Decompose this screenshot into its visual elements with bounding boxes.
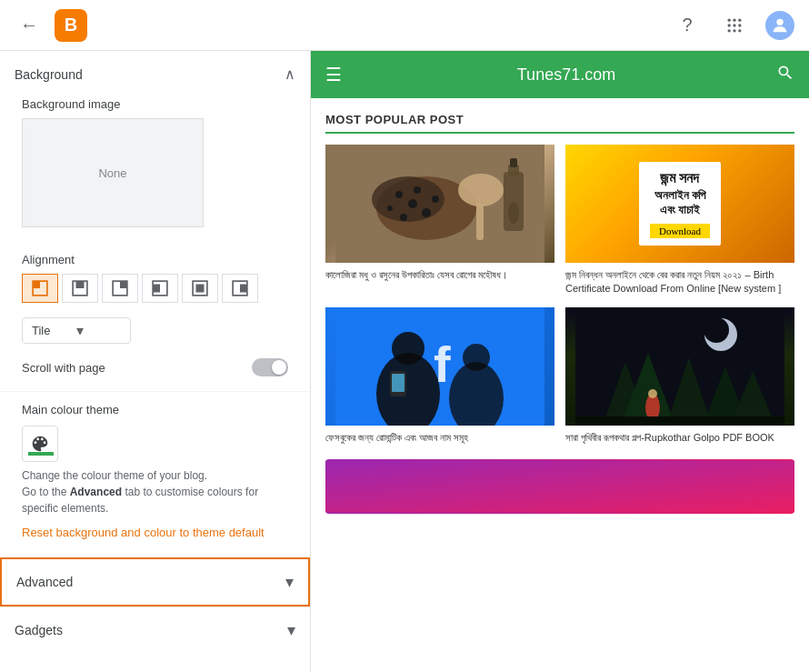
background-image-preview[interactable]: None <box>22 118 204 227</box>
svg-point-28 <box>408 199 417 208</box>
colour-bar <box>28 452 54 456</box>
align-icon-3 <box>112 280 128 296</box>
background-section-header[interactable]: Background ∧ <box>0 51 310 90</box>
left-panel: Background ∧ Background image None Align… <box>0 51 311 672</box>
align-btn-1[interactable] <box>22 274 58 303</box>
tile-dropdown-arrow: ▾ <box>76 322 121 339</box>
tile-dropdown-label: Tile <box>32 324 76 337</box>
svg-point-29 <box>414 186 421 194</box>
svg-rect-45 <box>392 374 404 392</box>
post-img-4 <box>565 307 794 426</box>
avatar[interactable] <box>765 11 794 40</box>
align-btn-6[interactable] <box>222 274 258 303</box>
svg-point-6 <box>728 29 731 32</box>
paint-icon <box>30 434 50 454</box>
main-area: Background ∧ Background image None Align… <box>0 51 809 672</box>
post-card-4[interactable]: সারা পৃথিবীর রূপকথার গল্প-Rupkothar Golp… <box>565 307 794 445</box>
svg-point-32 <box>400 214 407 221</box>
svg-point-37 <box>508 202 519 224</box>
svg-rect-21 <box>240 285 247 293</box>
svg-text:f: f <box>434 336 451 393</box>
more-posts-svg <box>325 459 794 514</box>
svg-point-40 <box>392 332 424 365</box>
align-btn-2[interactable] <box>62 274 98 303</box>
blog-preview: ☰ Tunes71.com MOST POPULAR POST <box>311 51 809 672</box>
post-title-4: সারা পৃথিবীর রূপকথার গল্প-Rupkothar Golp… <box>565 431 794 445</box>
toggle-knob <box>272 360 286 375</box>
post-img-1 <box>325 145 554 263</box>
seeds-svg <box>325 145 554 263</box>
svg-point-1 <box>733 18 735 21</box>
svg-rect-15 <box>120 281 127 288</box>
most-popular-heading: MOST POPULAR POST <box>325 113 794 134</box>
colour-picker-icon[interactable] <box>22 426 58 462</box>
background-collapse-btn[interactable]: ∧ <box>285 65 295 83</box>
more-posts-preview <box>325 459 794 514</box>
advanced-arrow: ▾ <box>285 572 294 592</box>
svg-point-4 <box>733 24 735 26</box>
blog-search-icon[interactable] <box>776 64 794 86</box>
svg-point-55 <box>648 389 657 398</box>
advanced-label: Advanced <box>16 575 73 589</box>
svg-point-8 <box>738 29 741 32</box>
gadgets-section[interactable]: Gadgets ▾ <box>0 607 310 653</box>
tile-dropdown[interactable]: Tile ▾ <box>22 317 131 344</box>
svg-rect-57 <box>325 461 794 512</box>
help-button[interactable]: ? <box>671 9 704 42</box>
align-icon-4 <box>152 280 168 296</box>
scroll-label: Scroll with page <box>22 361 105 375</box>
align-btn-4[interactable] <box>142 274 178 303</box>
post-title-2: জন্ম নিবন্ধন অনলাইনে থেকে বের করার নতুন … <box>565 268 794 296</box>
svg-point-0 <box>728 18 731 21</box>
background-title: Background <box>15 67 83 82</box>
scroll-section: Scroll with page <box>0 351 310 391</box>
svg-rect-11 <box>33 281 40 288</box>
post-card-3[interactable]: f ফেসবুকের জন্য রোমান্টিক এবং আজব নাম সম… <box>325 307 554 445</box>
svg-point-30 <box>432 196 439 203</box>
reset-link[interactable]: Reset background and colour to theme def… <box>22 526 295 539</box>
background-image-label: Background image <box>22 97 295 111</box>
grid-icon <box>725 16 744 35</box>
svg-rect-19 <box>196 285 205 293</box>
facebook-svg: f <box>325 307 554 426</box>
align-icon-1 <box>32 280 48 296</box>
post-title-1: কালোজিরা মধু ও রসুনের উপকারিতাঃ যেসব রোগ… <box>325 268 554 282</box>
svg-rect-36 <box>510 158 517 167</box>
align-icon-5 <box>192 280 208 296</box>
svg-point-7 <box>733 29 735 32</box>
alignment-label: Alignment <box>22 253 288 266</box>
avatar-icon <box>770 15 790 35</box>
background-image-section: Background image None <box>0 90 310 242</box>
colour-section: Main colour theme Change the colour them… <box>0 391 310 557</box>
tile-section: Tile ▾ <box>0 310 310 351</box>
svg-rect-13 <box>76 281 85 288</box>
apps-button[interactable] <box>718 9 751 42</box>
svg-point-25 <box>458 174 504 206</box>
blog-menu-icon[interactable]: ☰ <box>325 64 342 85</box>
svg-point-33 <box>422 208 431 217</box>
help-icon: ? <box>682 15 692 35</box>
scroll-toggle-row: Scroll with page <box>22 358 288 376</box>
certificate-download-btn: Download <box>650 224 710 238</box>
post-card-2[interactable]: জন্ম সনদ অনলাইন কপি এবং যাচাই Download জ… <box>565 145 794 296</box>
right-panel: ☰ Tunes71.com MOST POPULAR POST <box>311 51 809 672</box>
top-toolbar: ← B ? <box>0 0 809 51</box>
svg-point-9 <box>776 18 783 25</box>
back-button[interactable]: ← <box>15 11 44 40</box>
svg-point-3 <box>728 24 731 26</box>
align-btn-5[interactable] <box>182 274 218 303</box>
post-title-3: ফেসবুকের জন্য রোমান্টিক এবং আজব নাম সমূহ <box>325 431 554 445</box>
scroll-toggle[interactable] <box>252 358 288 376</box>
alignment-section: Alignment <box>0 242 310 310</box>
blogger-logo: B <box>55 9 87 42</box>
svg-rect-17 <box>153 285 160 293</box>
advanced-section[interactable]: Advanced ▾ <box>0 557 310 607</box>
align-btn-3[interactable] <box>102 274 138 303</box>
svg-point-48 <box>704 317 729 343</box>
gadgets-label: Gadgets <box>15 623 63 637</box>
post-card-1[interactable]: কালোজিরা মধু ও রসুনের উপকারিতাঃ যেসব রোগ… <box>325 145 554 296</box>
blog-header: ☰ Tunes71.com <box>311 51 809 98</box>
gadgets-arrow: ▾ <box>287 620 295 640</box>
blog-title: Tunes71.com <box>356 65 776 85</box>
svg-point-5 <box>738 24 741 26</box>
